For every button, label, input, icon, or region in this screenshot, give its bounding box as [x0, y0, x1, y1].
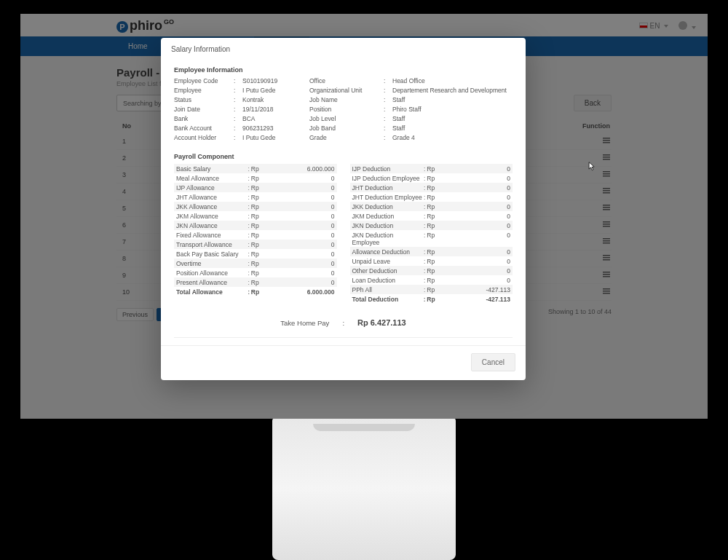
pay-row: PPh All:Rp-427.113 — [350, 285, 513, 294]
colon: : — [384, 87, 391, 94]
emp-label: Bank — [174, 115, 232, 122]
pay-amount: -427.113 — [440, 286, 510, 293]
pay-label: JKM Deduction — [352, 213, 423, 220]
pay-currency: Rp — [251, 232, 264, 239]
pay-amount: 0 — [264, 203, 335, 210]
pay-label: Back Pay Basic Salary — [176, 251, 247, 258]
pay-amount: 0 — [264, 213, 335, 220]
employee-info-grid: Employee Code:S010190919Office:Head Offi… — [174, 77, 513, 141]
pay-currency: Rp — [427, 248, 440, 256]
pay-amount: 0 — [440, 213, 510, 220]
pay-label: Present Allowance — [176, 279, 247, 286]
deduction-table: IJP Deduction:Rp0IJP Deduction Employee:… — [350, 164, 513, 304]
pay-currency: Rp — [251, 165, 264, 173]
pay-label: Loan Deduction — [352, 277, 423, 284]
emp-label: Status — [174, 96, 232, 103]
pay-currency: Rp — [427, 203, 440, 210]
pay-row: Other Deduction:Rp0 — [350, 266, 513, 275]
pay-currency: Rp — [427, 165, 440, 173]
emp-value: S010190919 — [242, 77, 308, 84]
colon: : — [234, 125, 241, 132]
cursor-icon — [588, 162, 596, 172]
emp-value: 906231293 — [242, 125, 308, 132]
emp-value: Staff — [392, 125, 513, 132]
emp-label: Job Band — [309, 125, 382, 132]
allowance-table: Basic Salary:Rp6.000.000Meal Allowance:R… — [174, 164, 337, 304]
pay-row: Fixed Allowance:Rp0 — [174, 230, 337, 240]
pay-amount: 0 — [440, 232, 510, 246]
pay-row: JKN Deduction Employee:Rp0 — [350, 230, 513, 247]
colon: : — [234, 96, 241, 103]
pay-label: JKN Deduction — [352, 222, 423, 229]
pay-label: Meal Allowance — [176, 175, 247, 182]
modal-title: Salary Information — [161, 38, 526, 60]
colon: : — [384, 125, 391, 132]
pay-label: Overtime — [176, 260, 247, 267]
pay-label: JKN Allowance — [176, 222, 247, 229]
pay-amount: 0 — [440, 203, 510, 210]
pay-currency: Rp — [427, 213, 440, 220]
emp-value: I Putu Gede — [242, 134, 308, 141]
colon: : — [234, 115, 241, 122]
pay-currency: Rp — [251, 279, 264, 286]
pay-label: PPh All — [352, 286, 423, 293]
emp-label: Employee Code — [174, 77, 232, 84]
emp-value: I Putu Gede — [242, 87, 308, 94]
pay-currency: Rp — [251, 184, 264, 192]
pay-label: Fixed Allowance — [176, 232, 247, 239]
pay-currency: Rp — [251, 194, 264, 201]
pay-label: JKK Deduction — [352, 203, 423, 210]
pay-row: Allowance Deduction:Rp0 — [350, 247, 513, 256]
pay-total-label: Total Deduction — [352, 296, 423, 303]
pay-amount: 0 — [440, 184, 510, 192]
pay-row: JHT Deduction:Rp0 — [350, 183, 513, 192]
pay-row: Position Allowance:Rp0 — [174, 268, 337, 277]
pay-label: Position Allowance — [176, 269, 247, 277]
pay-currency: Rp — [427, 184, 440, 192]
payroll-grid: Basic Salary:Rp6.000.000Meal Allowance:R… — [174, 164, 513, 304]
pay-row: Present Allowance:Rp0 — [174, 277, 337, 287]
pay-total-row: Total Allowance:Rp6.000.000 — [174, 287, 337, 296]
pay-amount: 0 — [440, 222, 510, 229]
pay-currency: Rp — [427, 222, 440, 229]
pay-amount: 0 — [440, 175, 510, 182]
pay-label: Other Deduction — [352, 267, 423, 275]
pay-currency: Rp — [427, 175, 440, 182]
pay-label: Transport Allowance — [176, 241, 247, 248]
pay-label: JKN Deduction Employee — [352, 232, 423, 246]
pay-total-amount: -427.113 — [440, 296, 510, 303]
colon: : — [234, 87, 241, 94]
pay-row: Unpaid Leave:Rp0 — [350, 256, 513, 266]
pay-currency: Rp — [251, 241, 264, 248]
thp-value: Rp 6.427.113 — [357, 318, 406, 327]
pay-currency: Rp — [427, 296, 440, 303]
pay-currency: Rp — [427, 277, 440, 284]
pay-total-label: Total Allowance — [176, 288, 247, 296]
emp-value: Phiro Staff — [392, 106, 513, 113]
colon: : — [384, 134, 391, 141]
pay-amount: 0 — [264, 251, 335, 258]
emp-value: Grade 4 — [392, 134, 513, 141]
pay-currency: Rp — [251, 203, 264, 210]
pay-amount: 0 — [440, 267, 510, 275]
pay-row: JKN Allowance:Rp0 — [174, 221, 337, 230]
pay-amount: 0 — [264, 279, 335, 286]
pay-amount: 0 — [264, 232, 335, 239]
pay-currency: Rp — [251, 175, 264, 182]
pay-row: IJP Deduction Employee:Rp0 — [350, 173, 513, 183]
pay-currency: Rp — [427, 286, 440, 293]
cancel-button[interactable]: Cancel — [471, 353, 515, 371]
pay-label: Unpaid Leave — [352, 258, 423, 265]
pay-currency: Rp — [251, 269, 264, 277]
pay-amount: 0 — [264, 222, 335, 229]
emp-value: 19/11/2018 — [242, 106, 308, 113]
pay-currency: Rp — [427, 267, 440, 275]
emp-label: Organizational Unit — [309, 87, 382, 94]
pay-amount: 0 — [264, 184, 335, 192]
pay-row: JHT Allowance:Rp0 — [174, 192, 337, 202]
emp-label: Job Level — [309, 115, 382, 122]
emp-value: Staff — [392, 96, 513, 103]
emp-value: Kontrak — [242, 96, 308, 103]
pay-amount: 0 — [264, 269, 335, 277]
colon: : — [384, 96, 391, 103]
